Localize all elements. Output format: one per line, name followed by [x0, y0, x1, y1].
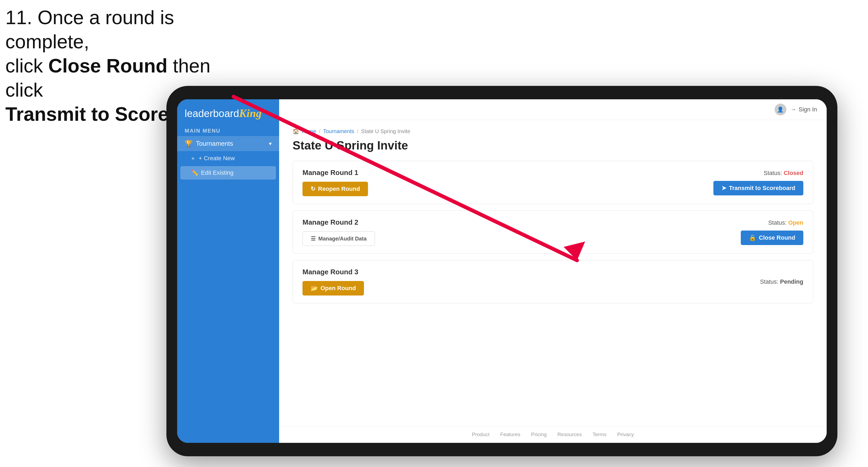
sign-in-arrow-icon: →	[791, 106, 797, 113]
sidebar-tournaments-label: Tournaments	[196, 140, 233, 147]
folder-icon: 📂	[311, 285, 318, 292]
footer-features[interactable]: Features	[500, 432, 520, 437]
sign-in-label: Sign In	[799, 106, 817, 113]
chevron-down-icon: ▾	[269, 141, 272, 147]
round-1-section: Manage Round 1 ↻ Reopen Round Status: Cl…	[292, 161, 813, 204]
logo-leaderboard: leaderboard	[185, 108, 239, 119]
sidebar-item-create-new[interactable]: ＋ + Create New	[177, 151, 279, 165]
footer-product[interactable]: Product	[472, 432, 489, 437]
footer-resources[interactable]: Resources	[557, 432, 582, 437]
breadcrumb-tournaments[interactable]: Tournaments	[323, 128, 354, 134]
plus-icon: ＋	[190, 154, 196, 162]
breadcrumb: 🏠 Home / Tournaments / State U Spring In…	[292, 128, 813, 134]
sidebar-item-tournaments[interactable]: 🏆 Tournaments ▾	[177, 136, 279, 151]
transmit-icon: ➤	[721, 185, 726, 192]
open-round-label: Open Round	[320, 285, 356, 292]
round-2-status: Status: Open	[768, 219, 803, 226]
avatar-icon: 👤	[777, 106, 784, 113]
reopen-round-button[interactable]: ↻ Reopen Round	[303, 182, 368, 196]
round-1-status: Status: Closed	[764, 169, 803, 177]
round-2-left: Manage Round 2 ☰ Manage/Audit Data	[303, 218, 375, 246]
app-layout: leaderboardKing MAIN MENU 🏆 Tournaments …	[177, 99, 827, 443]
round-1-right: Status: Closed ➤ Transmit to Scoreboard	[713, 169, 803, 195]
instruction-bold1: Close Round	[48, 55, 167, 76]
round-1-title: Manage Round 1	[303, 168, 368, 177]
footer-terms[interactable]: Terms	[593, 432, 607, 437]
tablet-screen: leaderboardKing MAIN MENU 🏆 Tournaments …	[177, 99, 827, 443]
breadcrumb-current: State U Spring Invite	[361, 128, 410, 134]
round-3-right: Status: Pending	[760, 278, 803, 285]
breadcrumb-sep2: /	[357, 128, 359, 134]
round-3-section: Manage Round 3 📂 Open Round Status: Pend…	[292, 260, 813, 303]
reopen-round-label: Reopen Round	[318, 185, 360, 192]
reopen-icon: ↻	[311, 185, 315, 192]
footer-privacy[interactable]: Privacy	[617, 432, 634, 437]
main-menu-label: MAIN MENU	[177, 125, 279, 136]
list-icon: ☰	[311, 236, 316, 242]
round-3-title: Manage Round 3	[303, 268, 364, 276]
sidebar: leaderboardKing MAIN MENU 🏆 Tournaments …	[177, 99, 279, 443]
sign-in-button[interactable]: → Sign In	[791, 106, 817, 113]
instruction-line2: click	[5, 55, 48, 76]
round-1-status-value: Closed	[784, 169, 803, 176]
round-2-section: Manage Round 2 ☰ Manage/Audit Data Statu…	[292, 210, 813, 254]
close-round-button[interactable]: 🔒 Close Round	[741, 230, 803, 245]
avatar: 👤	[775, 103, 786, 116]
breadcrumb-sep1: /	[319, 128, 320, 134]
page-title: State U Spring Invite	[292, 139, 813, 152]
home-icon: 🏠	[292, 128, 299, 134]
manage-audit-button[interactable]: ☰ Manage/Audit Data	[303, 231, 375, 246]
round-3-left: Manage Round 3 📂 Open Round	[303, 268, 364, 295]
round-3-status: Status: Pending	[760, 278, 803, 285]
round-2-status-value: Open	[788, 219, 803, 226]
footer-pricing[interactable]: Pricing	[531, 432, 547, 437]
trophy-icon: 🏆	[185, 140, 193, 147]
edit-icon: ✏️	[191, 169, 198, 176]
open-round-button[interactable]: 📂 Open Round	[303, 281, 364, 295]
manage-audit-label: Manage/Audit Data	[318, 236, 367, 242]
logo-king: King	[239, 107, 262, 119]
round-2-right: Status: Open 🔒 Close Round	[741, 219, 803, 245]
edit-existing-label: Edit Existing	[201, 169, 234, 176]
create-new-label: + Create New	[198, 155, 235, 162]
sidebar-logo: leaderboardKing	[177, 99, 279, 125]
transmit-scoreboard-button[interactable]: ➤ Transmit to Scoreboard	[713, 181, 803, 195]
close-round-label: Close Round	[759, 234, 795, 241]
tablet-frame: leaderboardKing MAIN MENU 🏆 Tournaments …	[166, 86, 837, 456]
instruction-line1: 11. Once a round is complete,	[5, 7, 174, 52]
sidebar-item-edit-existing[interactable]: ✏️ Edit Existing	[180, 166, 276, 180]
main-content: 👤 → Sign In 🏠 Home / Tournaments	[279, 99, 827, 443]
round-1-left: Manage Round 1 ↻ Reopen Round	[303, 168, 368, 196]
round-3-status-value: Pending	[780, 278, 803, 285]
top-bar: 👤 → Sign In	[279, 99, 827, 120]
breadcrumb-home[interactable]: Home	[302, 128, 316, 134]
lock-icon: 🔒	[749, 234, 756, 241]
round-2-title: Manage Round 2	[303, 218, 375, 226]
content-area: 🏠 Home / Tournaments / State U Spring In…	[279, 120, 827, 426]
transmit-scoreboard-label: Transmit to Scoreboard	[729, 185, 795, 192]
footer: Product Features Pricing Resources Terms…	[279, 426, 827, 443]
